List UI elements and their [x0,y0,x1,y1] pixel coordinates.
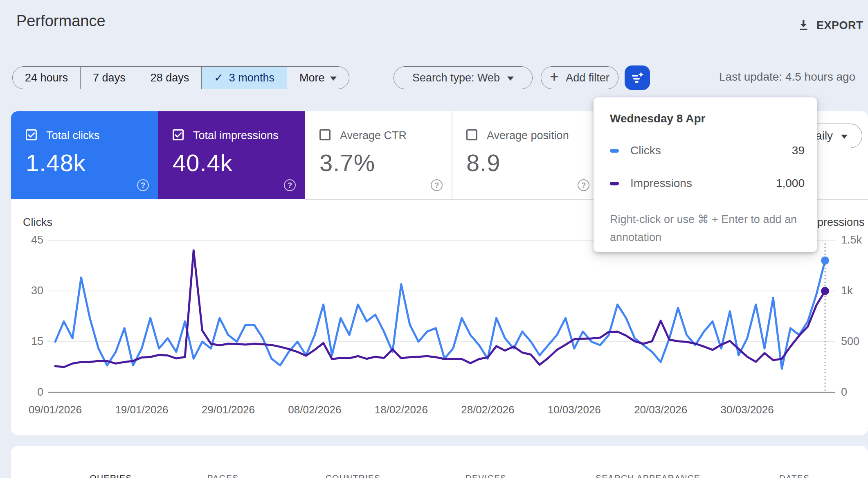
metric-value: 40.4k [173,149,233,176]
filter-sparkle-icon [630,70,645,85]
metric-checkbox[interactable] [26,129,37,140]
x-tick-date: 10/03/2026 [540,404,609,416]
series-dash-icon [610,149,619,153]
hover-tooltip: Wednesday 8 Apr Clicks39Impressions1,000… [594,97,817,252]
range-label: 28 days [151,72,189,84]
tab-pages[interactable]: PAGES [207,473,239,478]
tab-dates[interactable]: DATES [779,473,810,478]
tooltip-row: Clicks39 [610,144,805,157]
x-tick-date: 09/01/2026 [20,404,90,416]
tooltip-series-value: 1,000 [776,177,805,190]
y-tick-right: 500 [841,335,859,348]
y-tick-right: 1.5k [841,234,862,246]
series-dash-icon [610,182,619,185]
help-icon[interactable]: ? [578,179,589,191]
last-update-text: Last update: 4.5 hours ago [719,70,855,83]
range-3-months[interactable]: ✓3 months [202,67,287,89]
metric-label: Average position [487,129,569,142]
metric-value: 8.9 [466,149,501,176]
tab-search-appearance[interactable]: SEARCH APPEARANCE [596,473,700,478]
date-range-group: 24 hours7 days28 days✓3 monthsMore [12,66,349,89]
dimensions-card [11,446,868,478]
chevron-down-icon [841,135,848,139]
more-label: More [299,72,325,84]
tab-queries[interactable]: QUERIES [90,473,132,478]
x-tick-date: 30/03/2026 [713,404,782,416]
y-tick-left: 15 [17,335,43,348]
range-label: 7 days [93,72,126,84]
search-type-dropdown[interactable]: Search type: Web [394,66,533,89]
y-tick-left: 45 [17,234,43,246]
metric-checkbox[interactable] [319,129,331,140]
x-tick-date: 20/03/2026 [626,404,695,416]
chevron-down-icon [330,77,337,81]
export-button[interactable]: EXPORT [797,19,863,32]
tooltip-rows: Clicks39Impressions1,000 [610,144,805,190]
metric-value: 3.7% [319,149,375,176]
metric-label: Total impressions [193,129,279,142]
tooltip-series-value: 39 [792,144,805,157]
add-filter-button[interactable]: + Add filter [541,66,618,89]
metric-label: Total clicks [46,129,100,142]
download-icon [797,19,810,32]
range-label: 3 months [229,72,274,84]
range-28-days[interactable]: 28 days [138,67,202,89]
x-tick-date: 19/01/2026 [107,404,176,416]
tooltip-series-label: Impressions [630,177,692,190]
metric-label: Average CTR [340,129,407,142]
y-tick-left: 30 [17,284,43,297]
help-icon[interactable]: ? [284,179,296,191]
tooltip-date: Wednesday 8 Apr [610,112,805,125]
range-more-dropdown[interactable]: More [287,67,349,89]
help-icon[interactable]: ? [137,179,149,191]
help-icon[interactable]: ? [431,179,443,191]
tab-devices[interactable]: DEVICES [465,473,507,478]
y-tick-right: 0 [841,386,847,399]
search-type-label: Search type: Web [412,72,500,84]
ai-filter-button[interactable] [625,65,650,90]
check-icon: ✓ [214,71,223,84]
range-7-days[interactable]: 7 days [81,67,138,89]
metric-card-total-clicks[interactable]: Total clicks1.48k? [11,111,158,199]
chevron-down-icon [507,77,514,81]
metric-divider [452,111,452,199]
plus-icon: + [550,68,558,86]
y-axis-title-clicks: Clicks [23,216,52,229]
metric-card-average-position[interactable]: Average position8.9? [452,111,598,199]
export-label: EXPORT [816,19,863,32]
performance-page: Performance EXPORT 24 hours7 days28 days… [0,0,868,478]
range-24-hours[interactable]: 24 hours [13,67,81,89]
tooltip-row: Impressions1,000 [610,177,805,190]
tab-countries[interactable]: COUNTRIES [326,473,380,478]
tooltip-series-label: Clicks [630,144,661,157]
metric-value: 1.48k [26,149,86,176]
x-tick-date: 18/02/2026 [367,404,436,416]
x-tick-date: 08/02/2026 [280,404,349,416]
page-title: Performance [16,12,106,30]
range-label: 24 hours [25,72,68,84]
metric-checkbox[interactable] [466,129,477,140]
metric-card-total-impressions[interactable]: Total impressions40.4k? [158,111,305,199]
metric-card-average-ctr[interactable]: Average CTR3.7%? [305,111,452,199]
x-tick-date: 29/01/2026 [193,404,263,416]
x-tick-date: 28/02/2026 [453,404,522,416]
y-tick-left: 0 [17,386,43,399]
y-tick-right: 1k [841,284,853,297]
add-filter-label: Add filter [566,72,609,84]
metric-checkbox[interactable] [173,129,184,140]
tooltip-annotation-hint: Right-click or use ⌘ + Enter to add an a… [610,210,806,246]
